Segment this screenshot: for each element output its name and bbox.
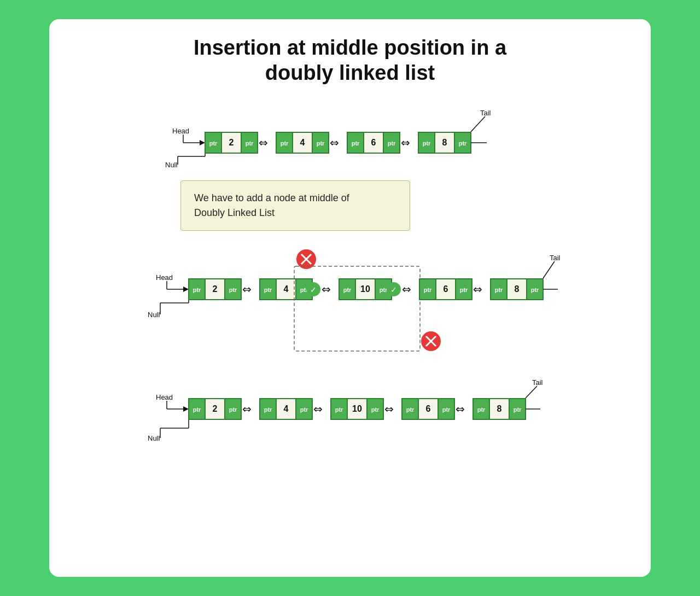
svg-text:2: 2 (229, 138, 234, 147)
svg-text:ptr: ptr (442, 406, 451, 413)
page-title: Insertion at middle position in adoubly … (71, 36, 629, 85)
svg-text:8: 8 (497, 404, 502, 413)
svg-text:⇔: ⇔ (384, 403, 394, 415)
head-label-1: Head (172, 127, 189, 135)
svg-text:4: 4 (284, 284, 289, 294)
svg-text:2: 2 (213, 284, 218, 294)
svg-text:ptr: ptr (371, 406, 380, 413)
svg-text:⇔: ⇔ (330, 137, 339, 149)
svg-text:ptr: ptr (193, 406, 201, 413)
svg-text:10: 10 (352, 404, 362, 413)
svg-marker-2 (200, 140, 205, 145)
diagram-2-svg: Head Null ptr 2 ptr ⇔ ptr 4 ptr (71, 236, 629, 362)
svg-text:⇔: ⇔ (473, 283, 482, 295)
info-line2: Doubly Linked List (194, 207, 275, 218)
svg-text:ptr: ptr (264, 287, 272, 293)
svg-line-89 (543, 261, 555, 278)
svg-text:2: 2 (213, 404, 218, 413)
svg-line-134 (526, 386, 537, 398)
svg-text:4: 4 (300, 138, 305, 147)
svg-text:⇔: ⇔ (313, 403, 323, 415)
svg-line-33 (471, 116, 485, 132)
svg-text:⇔: ⇔ (402, 283, 411, 295)
diagram-1-svg: Head Null ptr 2 ptr ⇔ ptr (71, 102, 629, 173)
svg-text:ptr: ptr (246, 140, 254, 147)
svg-text:⇔: ⇔ (259, 137, 268, 149)
svg-text:4: 4 (284, 404, 289, 413)
svg-text:⇔: ⇔ (401, 137, 410, 149)
svg-text:ptr: ptr (300, 406, 308, 413)
svg-text:ptr: ptr (424, 287, 432, 293)
svg-text:⇔: ⇔ (242, 283, 252, 295)
diagram-2: Head Null ptr 2 ptr ⇔ ptr 4 ptr (71, 236, 629, 364)
svg-text:ptr: ptr (343, 287, 352, 293)
svg-text:6: 6 (426, 404, 431, 413)
diagram-3: Head Null ptr 2 ptr ⇔ ptr 4 ptr ⇔ (71, 370, 629, 465)
svg-marker-94 (183, 406, 189, 412)
svg-text:ptr: ptr (229, 406, 237, 413)
svg-text:ptr: ptr (531, 287, 539, 293)
info-line1: We have to add a node at middle of (194, 192, 349, 203)
main-card: Insertion at middle position in adoubly … (49, 19, 651, 577)
svg-text:8: 8 (442, 138, 447, 147)
tail-label-1: Tail (480, 109, 491, 117)
svg-text:ptr: ptr (495, 287, 503, 293)
svg-text:8: 8 (515, 284, 520, 294)
svg-text:ptr: ptr (388, 140, 396, 147)
info-box: We have to add a node at middle of Doubl… (180, 180, 410, 231)
svg-marker-38 (183, 287, 189, 292)
svg-text:✓: ✓ (310, 285, 317, 294)
svg-text:Null: Null (148, 311, 160, 319)
svg-text:ptr: ptr (264, 406, 272, 413)
svg-text:Null: Null (148, 434, 160, 442)
svg-text:ptr: ptr (477, 406, 486, 413)
svg-text:Tail: Tail (550, 254, 561, 262)
svg-text:6: 6 (371, 138, 376, 147)
svg-text:ptr: ptr (423, 140, 431, 147)
svg-text:ptr: ptr (406, 406, 415, 413)
svg-text:Tail: Tail (532, 378, 543, 387)
svg-text:ptr: ptr (209, 140, 218, 147)
svg-text:⇔: ⇔ (456, 403, 465, 415)
svg-text:ptr: ptr (317, 140, 325, 147)
svg-text:6: 6 (444, 284, 448, 294)
svg-text:ptr: ptr (352, 140, 360, 147)
svg-text:ptr: ptr (229, 287, 237, 293)
diagram-3-svg: Head Null ptr 2 ptr ⇔ ptr 4 ptr ⇔ (71, 370, 629, 463)
null-label-1: Null (165, 161, 178, 169)
svg-text:Head: Head (156, 393, 173, 401)
svg-text:ptr: ptr (380, 287, 388, 293)
svg-text:ptr: ptr (514, 406, 522, 413)
diagram-1: Head Null ptr 2 ptr ⇔ ptr (71, 102, 629, 175)
svg-text:10: 10 (360, 284, 370, 294)
svg-text:Head: Head (156, 273, 173, 282)
svg-text:ptr: ptr (281, 140, 289, 147)
svg-text:ptr: ptr (460, 287, 468, 293)
svg-text:ptr: ptr (459, 140, 467, 147)
svg-text:ptr: ptr (335, 406, 343, 413)
svg-text:⇔: ⇔ (242, 403, 252, 415)
svg-text:✓: ✓ (390, 285, 397, 294)
svg-text:⇔: ⇔ (322, 283, 331, 295)
svg-text:ptr: ptr (193, 287, 201, 293)
